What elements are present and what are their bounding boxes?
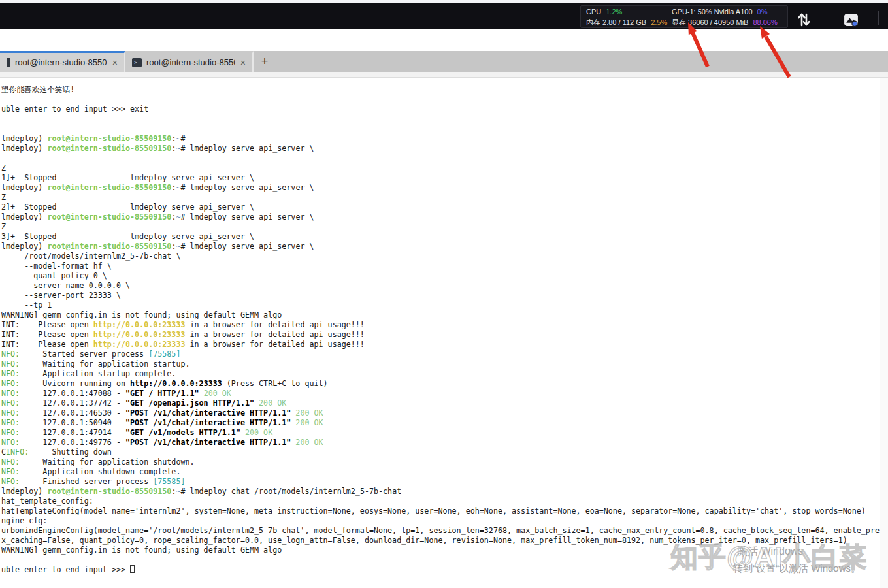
terminal-text-segment: Shutting down	[29, 448, 112, 457]
terminal-text-segment: INT: Please open	[1, 320, 93, 329]
terminal-line: NFO: 127.0.0.1:37742 - "GET /openapi.jso…	[1, 399, 884, 408]
close-tab-icon[interactable]: ×	[240, 57, 246, 68]
terminal-line: NFO: 127.0.0.1:46530 - "POST /v1/chat/in…	[1, 408, 884, 418]
terminal-text-segment: NFO:	[1, 350, 20, 359]
vertical-scrollbar[interactable]	[880, 78, 888, 588]
toolbar-separator	[878, 11, 879, 25]
terminal-text-segment: http://0.0.0.0:23333	[93, 320, 186, 329]
terminal-text-segment: in a browser for detailed api usage!!!	[185, 320, 364, 329]
terminal-line: lmdeploy) root@intern-studio-85509150:~#…	[1, 212, 884, 222]
terminal-line: NFO: Finished server process [75585]	[1, 477, 884, 487]
terminal-text-segment: hat_template_config:	[1, 497, 93, 506]
upload-download-arrows-icon[interactable]	[795, 10, 813, 29]
terminal-text-segment: 127.0.0.1:37742 -	[20, 399, 125, 408]
terminal-text-segment: Started server process	[20, 350, 148, 359]
terminal-line: WARNING] gemm_config.in is not found; us…	[1, 310, 884, 320]
terminal-text-segment: "GET /v1/models HTTP/1.1"	[125, 428, 240, 437]
screen: { "topbar": { "stats": { "cpu_label": "C…	[0, 0, 888, 588]
new-tab-button[interactable]: +	[254, 51, 276, 72]
terminal-text-segment: http://0.0.0.0:23333	[130, 379, 222, 388]
terminal-text-segment: 1]+ Stopped lmdeploy serve api_server \	[1, 173, 254, 182]
terminal-text-segment: # lmdeploy serve api_server \	[180, 183, 314, 192]
toolbar-separator	[825, 11, 825, 25]
terminal-line: NFO: 127.0.0.1:50940 - "POST /v1/chat/in…	[1, 418, 884, 428]
terminal-output: 望你能喜欢这个笑话!uble enter to end input >>> ex…	[1, 85, 884, 575]
gpu-percent: 0%	[757, 7, 768, 17]
close-tab-icon[interactable]: ×	[112, 57, 118, 68]
terminal-text-segment: 127.0.0.1:46530 -	[20, 408, 125, 417]
terminal-text-segment: --model-format hf \	[1, 261, 112, 270]
terminal-text-segment: Z	[1, 193, 6, 202]
terminal-text-segment: Application startup complete.	[20, 369, 176, 378]
terminal-text-segment: WARNING] gemm_config.in is not found; us…	[1, 310, 282, 319]
screenshot-image-icon[interactable]	[842, 10, 860, 29]
terminal-text-segment: # lmdeploy serve api_server \	[180, 212, 314, 221]
terminal-text-segment: NFO:	[1, 408, 20, 417]
terminal-text-segment: Application shutdown complete.	[20, 467, 180, 476]
terminal-text-segment: # lmdeploy chat /root/models/internlm2_5…	[180, 487, 401, 496]
terminal-text-segment: urbomindEngineConfig(model_name='/root/m…	[1, 526, 884, 535]
terminal-text-segment: 200 OK	[291, 408, 323, 417]
terminal-text-segment: uble enter to end input >>> exit	[1, 105, 148, 114]
terminal-line: NFO: Application startup complete.	[1, 369, 884, 379]
terminal-line: 1]+ Stopped lmdeploy serve api_server \	[1, 173, 884, 183]
terminal-text-segment: "POST /v1/chat/interactive HTTP/1.1"	[125, 438, 291, 447]
cpu-percent: 1.2%	[606, 7, 622, 17]
terminal-text-segment: NFO:	[1, 457, 20, 466]
tab-terminal-2[interactable]: >_ root@intern-studio-85509 ×	[125, 51, 254, 72]
terminal-text-segment: --quant-policy 0 \	[1, 271, 107, 280]
terminal-text-segment: root@intern-studio-85509150	[47, 212, 171, 221]
terminal-line: NFO: Waiting for application shutdown.	[1, 457, 884, 467]
terminal-text-segment: root@intern-studio-85509150	[47, 144, 171, 153]
stats-row-1: CPU 1.2% GPU-1: 50% Nvidia A100 0%	[586, 7, 782, 17]
terminal-line	[1, 124, 884, 134]
terminal-line: NFO: 127.0.0.1:47088 - "GET / HTTP/1.1" …	[1, 389, 884, 399]
terminal-text-segment: lmdeploy)	[1, 212, 47, 221]
terminal-text-segment: NFO:	[1, 379, 20, 388]
terminal-line: NFO: Application shutdown complete.	[1, 467, 884, 477]
terminal-text-segment: http://0.0.0.0:23333	[93, 330, 186, 339]
terminal-line: lmdeploy) root@intern-studio-85509150:~#…	[1, 183, 884, 193]
terminal-text-segment: Waiting for application startup.	[20, 359, 189, 368]
terminal-text-segment: --tp 1	[1, 301, 52, 310]
terminal-icon	[7, 58, 10, 67]
terminal-text-segment: Waiting for application shutdown.	[20, 457, 194, 466]
terminal-line: ngine_cfg:	[1, 516, 884, 526]
tab-label: root@intern-studio-85509	[15, 57, 107, 67]
terminal-text-segment: NFO:	[1, 477, 20, 486]
terminal-text-segment: C	[1, 448, 6, 457]
terminal-line: /root/models/internlm2_5-7b-chat \	[1, 252, 884, 261]
tab-terminal-1[interactable]: root@intern-studio-85509 ×	[0, 51, 125, 72]
terminal-text-segment: root@intern-studio-85509150	[47, 134, 171, 143]
tab-label: root@intern-studio-85509	[146, 57, 235, 67]
terminal-text-segment: NFO:	[1, 428, 20, 437]
terminal-line: hatTemplateConfig(model_name='internlm2'…	[1, 506, 884, 516]
terminal-line: lmdeploy) root@intern-studio-85509150:~#…	[1, 144, 884, 154]
terminal-line: uble enter to end input >>> exit	[1, 105, 884, 114]
terminal-text-segment: 127.0.0.1:47088 -	[20, 389, 125, 398]
terminal-text-segment: "POST /v1/chat/interactive HTTP/1.1"	[125, 408, 291, 417]
terminal-line	[1, 114, 884, 124]
terminal-line: Z	[1, 163, 884, 173]
terminal-line: Z	[1, 222, 884, 232]
terminal-line: 望你能喜欢这个笑话!	[1, 85, 884, 95]
terminal-text-segment: hatTemplateConfig(model_name='internlm2'…	[1, 506, 866, 515]
cpu-label: CPU	[586, 7, 601, 17]
terminal-text-segment: uble enter to end input >>>	[1, 565, 130, 574]
terminal-text-segment: Z	[1, 222, 6, 231]
terminal[interactable]: 望你能喜欢这个笑话!uble enter to end input >>> ex…	[0, 78, 888, 588]
terminal-line: hat_template_config:	[1, 497, 884, 506]
terminal-text-segment: #	[180, 134, 185, 143]
terminal-line: NFO: Waiting for application startup.	[1, 359, 884, 369]
terminal-line: NFO: Started server process [75585]	[1, 350, 884, 359]
terminal-text-segment: 200 OK	[254, 399, 286, 408]
gpu-label: GPU-1: 50% Nvidia A100	[672, 7, 753, 17]
terminal-text-segment: INT: Please open	[1, 330, 93, 339]
memory-label: 内存	[586, 17, 600, 27]
terminal-line: CINFO: Shutting down	[1, 448, 884, 457]
terminal-line: NFO: 127.0.0.1:47914 - "GET /v1/models H…	[1, 428, 884, 438]
terminal-text-segment: Z	[1, 163, 6, 172]
memory-percent: 2.5%	[651, 17, 667, 27]
gpu-stat: GPU-1: 50% Nvidia A100 0%	[672, 7, 782, 17]
terminal-text-segment: 2]+ Stopped lmdeploy serve api_server \	[1, 203, 254, 212]
